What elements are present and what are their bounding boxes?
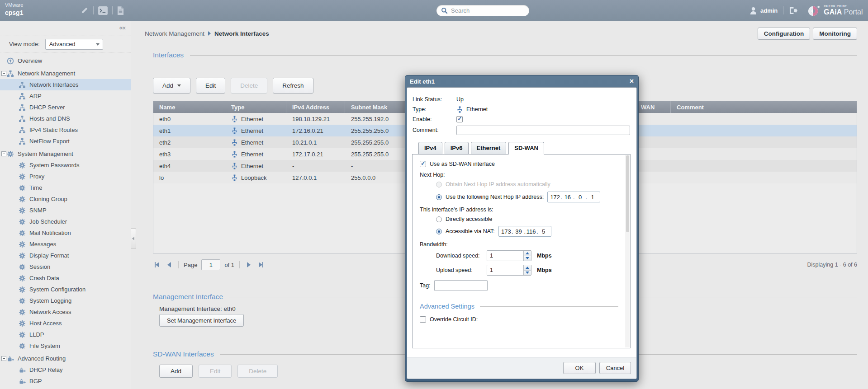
accessible-nat-radio[interactable] [436,229,442,234]
first-page-icon[interactable] [153,261,161,268]
cancel-button[interactable]: Cancel [599,362,631,374]
sidebar-item-display-format[interactable]: Display Format [0,250,131,261]
sidebar-item-dhcp-server[interactable]: DHCP Server [0,102,131,113]
add-interface-button[interactable]: Add [153,78,190,94]
sidebar-item-dhcp-relay[interactable]: DHCP Relay [0,364,131,375]
tab-ipv6[interactable]: IPv6 [445,142,469,155]
delete-interface-button[interactable]: Delete [231,78,267,94]
sdwan-add-button[interactable]: Add [159,365,193,378]
sidebar-item-system-passwords[interactable]: System Passwords [0,159,131,171]
sidebar-item-network-interfaces[interactable]: Network Interfaces [0,79,131,90]
sidebar-item-messages[interactable]: Messages [0,239,131,250]
global-search[interactable] [436,5,529,16]
download-speed-stepper[interactable] [487,250,531,261]
next-hop-ip-input[interactable]: 1721601 [547,192,600,202]
collapse-box-icon[interactable] [1,151,6,156]
comment-input[interactable] [456,126,630,135]
current-user[interactable]: admin [760,7,778,14]
refresh-interfaces-button[interactable]: Refresh [273,78,313,94]
sidebar-item-bgp[interactable]: BGP [0,375,131,387]
sdwan-edit-button[interactable]: Edit [199,365,232,378]
column-header-name[interactable]: Name [153,101,225,113]
sidebar-item-netflow-export[interactable]: NetFlow Export [0,136,131,147]
panel-scrollbar[interactable] [626,155,630,347]
spin-up-icon[interactable] [524,251,531,256]
directly-accessible-radio[interactable] [436,216,442,222]
navigation-sidebar: «« View mode: Advanced Overview Network … [0,21,131,389]
sidebar-collapse-icon[interactable]: «« [119,24,125,31]
sdwan-delete-button[interactable]: Delete [237,365,278,378]
configuration-button[interactable]: Configuration [758,28,810,40]
tag-input[interactable] [434,280,488,291]
override-circuit-label: Override Circuit ID: [430,316,478,323]
chevron-down-icon [177,84,181,87]
sidebar-item-advanced-routing[interactable]: Advanced Routing [0,353,131,364]
sidebar-item-crash-data[interactable]: Crash Data [0,272,131,284]
override-circuit-checkbox[interactable] [420,316,426,323]
sidebar-item-system-management[interactable]: System Management [0,148,131,159]
sidebar-resize-handle[interactable] [131,228,136,249]
sidebar-item-system-configuration[interactable]: System Configuration [0,284,131,295]
use-sdwan-label: Use as SD-WAN interface [430,161,495,167]
breadcrumb-parent[interactable]: Network Management [145,30,204,37]
logout-icon[interactable] [789,7,797,14]
download-speed-input[interactable] [487,251,523,261]
enable-checkbox[interactable] [456,116,463,122]
sidebar-item-network-management[interactable]: Network Management [0,68,131,79]
sidebar-item-job-scheduler[interactable]: Job Scheduler [0,216,131,227]
type-value: Ethernet [466,106,488,112]
collapse-box-icon[interactable] [1,71,6,76]
sidebar-item-mail-notification[interactable]: Mail Notification [0,227,131,239]
next-hop-auto-radio[interactable] [436,182,442,187]
ok-button[interactable]: OK [563,362,596,374]
dialog-titlebar[interactable]: Edit eth1 × [407,75,637,87]
spin-up-icon[interactable] [524,265,531,271]
sidebar-item-session[interactable]: Session [0,261,131,272]
column-header-wan[interactable]: WAN [635,101,671,113]
set-management-interface-button[interactable]: Set Management Interface [159,314,244,327]
sidebar-item-cloning-group[interactable]: Cloning Group [0,193,131,205]
use-sdwan-checkbox[interactable] [420,161,426,167]
sidebar-item-file-system[interactable]: File System [0,340,131,352]
next-page-icon[interactable] [245,261,253,268]
monitoring-button[interactable]: Monitoring [813,28,857,40]
column-header-mask[interactable]: Subnet Mask [345,101,404,113]
search-input[interactable] [451,7,531,14]
sidebar-item-network-access[interactable]: Network Access [0,306,131,318]
terminal-icon[interactable] [98,6,108,15]
upload-speed-stepper[interactable] [487,265,531,276]
pencil-icon[interactable] [81,6,89,14]
sidebar-item-arp[interactable]: ARP [0,90,131,102]
collapse-box-icon[interactable] [1,356,6,361]
sidebar-item-ipv4-static-routes[interactable]: IPv4 Static Routes [0,124,131,136]
view-mode-select[interactable]: Advanced [45,39,103,50]
sidebar-item-hosts-and-dns[interactable]: Hosts and DNS [0,113,131,124]
sidebar-item-proxy[interactable]: Proxy [0,171,131,182]
spin-down-icon[interactable] [524,271,531,276]
edit-interface-button[interactable]: Edit [196,78,225,94]
sidebar-item-host-access[interactable]: Host Access [0,318,131,329]
upload-speed-input[interactable] [487,265,523,275]
sidebar-item-lldp[interactable]: LLDP [0,329,131,340]
page-number-input[interactable] [201,259,220,270]
spin-down-icon[interactable] [524,256,531,261]
tab-ethernet[interactable]: Ethernet [471,142,507,155]
tab-ipv4[interactable]: IPv4 [418,142,442,155]
previous-page-icon[interactable] [165,261,173,268]
document-icon[interactable] [117,6,124,15]
sidebar-item-snmp[interactable]: SNMP [0,205,131,216]
ip-mode-label: This interface's IP address is: [420,206,493,213]
column-header-type[interactable]: Type [225,101,286,113]
next-hop-manual-label: Use the following Next Hop IP address: [446,194,544,200]
tab-sdwan[interactable]: SD-WAN [508,142,544,155]
upload-unit-label: Mbps [537,267,552,273]
column-header-comment[interactable]: Comment [671,101,857,113]
close-icon[interactable]: × [630,78,634,85]
sidebar-item-system-logging[interactable]: System Logging [0,295,131,306]
next-hop-manual-radio[interactable] [436,194,442,200]
sidebar-item-time[interactable]: Time [0,182,131,193]
sidebar-item-overview[interactable]: Overview [0,55,131,66]
column-header-ipv4[interactable]: IPv4 Address [286,101,345,113]
last-page-icon[interactable] [257,261,265,268]
nat-ip-input[interactable]: 173391165 [498,226,551,237]
